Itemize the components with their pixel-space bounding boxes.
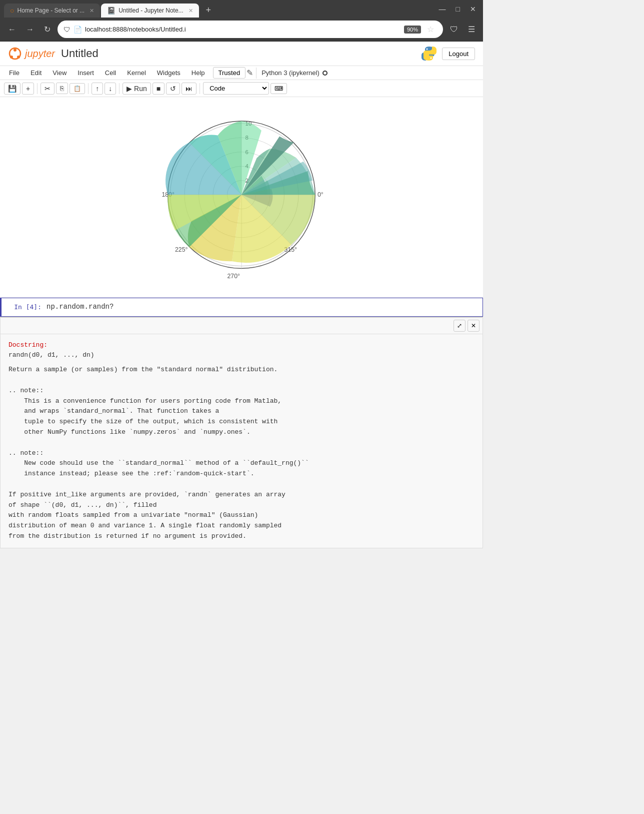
tab-1-favicon: ○ (10, 7, 14, 15)
menu-help[interactable]: Help (186, 67, 210, 79)
docstring-label-line: Docstring: (8, 340, 474, 351)
reload-button[interactable]: ↻ (41, 23, 54, 36)
polar-chart-svg: 0° 180° 225° 270° 315° 2 4 6 8 10 (122, 102, 362, 292)
tab-2-close[interactable]: ✕ (188, 8, 193, 14)
menu-cell[interactable]: Cell (100, 67, 121, 79)
notebook-content: 0° 180° 225° 270° 315° 2 4 6 8 10 (0, 97, 483, 548)
jupyter-app: jupyter Untitled Logout File Edit View I… (0, 42, 483, 548)
svg-point-4 (426, 49, 428, 50)
angle-270: 270° (228, 273, 240, 280)
new-tab-button[interactable]: + (202, 3, 216, 18)
move-up-button[interactable]: ↑ (92, 83, 103, 95)
python-logo-icon (421, 46, 437, 62)
maximize-button[interactable]: □ (453, 4, 463, 14)
jupyter-logo: jupyter (8, 47, 55, 61)
save-button[interactable]: 💾 (4, 83, 20, 95)
docstring-close-button[interactable]: ✕ (468, 320, 480, 332)
toolbar-sep-1 (37, 83, 38, 94)
restart-button[interactable]: ↺ (166, 83, 180, 95)
docstring-expand-button[interactable]: ⤢ (454, 320, 466, 332)
code-text: np.random.randn? (46, 303, 114, 311)
svg-point-1 (14, 49, 16, 52)
cell-input-4[interactable]: np.random.randn? (46, 302, 482, 312)
logout-button[interactable]: Logout (442, 48, 475, 60)
cell-type-select[interactable]: Code Markdown Raw NBConvert Heading (203, 82, 269, 95)
tab-list: ○ Home Page - Select or ... ✕ 📓 Untitled… (0, 0, 219, 18)
bookmark-star-button[interactable]: ☆ (424, 23, 437, 36)
address-bar-row: ← → ↻ 🛡 📄 localhost:8888/notebooks/Untit… (0, 18, 483, 41)
docstring-signature: randn(d0, d1, ..., dn) (8, 350, 474, 361)
tab-1-title: Home Page - Select or ... (17, 7, 84, 14)
chart-output-cell: 0° 180° 225° 270° 315° 2 4 6 8 10 (0, 97, 483, 298)
menubar-separator (256, 68, 256, 79)
jupyter-menubar: File Edit View Insert Cell Kernel Widget… (0, 66, 483, 80)
page-icon: 📄 (74, 26, 82, 34)
menu-kernel[interactable]: Kernel (122, 67, 151, 79)
security-shield-icon: 🛡 (64, 26, 70, 34)
tab-bar: ○ Home Page - Select or ... ✕ 📓 Untitled… (0, 0, 483, 18)
menu-widgets[interactable]: Widgets (152, 67, 186, 79)
jupyter-logo-text: jupyter (25, 48, 55, 60)
jupyter-toolbar: 💾 + ✂ ⎘ 📋 ↑ ↓ ▶ Run ■ ↺ ⏭ Code Markdown … (0, 80, 483, 97)
jupyter-header-right: Logout (421, 46, 475, 62)
window-controls: — □ ✕ (436, 4, 483, 14)
tab-2[interactable]: 📓 Untitled - Jupyter Note... ✕ (101, 4, 198, 18)
keyboard-shortcuts-button[interactable]: ⌨ (270, 83, 287, 94)
docstring-content: Docstring: randn(d0, d1, ..., dn) Return… (0, 334, 482, 548)
menu-file[interactable]: File (4, 67, 24, 79)
tab-2-favicon: 📓 (107, 7, 116, 15)
docstring-toolbar: ⤢ ✕ (0, 318, 482, 334)
move-down-button[interactable]: ↓ (104, 83, 116, 95)
minimize-button[interactable]: — (436, 4, 449, 14)
edit-notebook-icon[interactable]: ✎ (246, 68, 253, 78)
browser-menu-button[interactable]: ☰ (465, 23, 478, 36)
menu-edit[interactable]: Edit (26, 67, 46, 79)
tab-2-title: Untitled - Jupyter Note... (118, 7, 183, 14)
toolbar-sep-4 (200, 83, 200, 94)
close-window-button[interactable]: ✕ (467, 4, 479, 14)
stop-button[interactable]: ■ (152, 83, 164, 95)
cut-cell-button[interactable]: ✂ (40, 83, 54, 95)
zoom-badge: 90% (404, 26, 421, 34)
code-cell-4[interactable]: In [4]: np.random.randn? (0, 298, 483, 317)
address-text: localhost:8888/notebooks/Untitled.i (85, 26, 401, 33)
menu-insert[interactable]: Insert (72, 67, 99, 79)
jupyter-logo-icon (8, 47, 22, 61)
docstring-label: Docstring: (8, 341, 48, 349)
notebook-title: Untitled (61, 47, 98, 60)
angle-225: 225° (175, 246, 188, 253)
copy-cell-button[interactable]: ⎘ (56, 83, 68, 94)
toolbar-sep-3 (119, 83, 120, 94)
menu-view[interactable]: View (48, 67, 72, 79)
paste-cell-button[interactable]: 📋 (70, 83, 85, 94)
forward-button[interactable]: → (23, 23, 37, 36)
browser-chrome: ○ Home Page - Select or ... ✕ 📓 Untitled… (0, 0, 483, 42)
docstring-body: Return a sample (or samples) from the "s… (8, 365, 474, 542)
trusted-button[interactable]: Trusted (213, 67, 246, 79)
docstring-panel: ⤢ ✕ Docstring: randn(d0, d1, ..., dn) Re… (0, 317, 483, 548)
shield-button[interactable]: 🛡 (447, 23, 461, 36)
run-button[interactable]: ▶ Run (122, 83, 151, 95)
back-button[interactable]: ← (5, 23, 19, 36)
address-bar[interactable]: 🛡 📄 localhost:8888/notebooks/Untitled.i … (58, 21, 443, 38)
svg-point-3 (17, 56, 20, 59)
tab-1-close[interactable]: ✕ (90, 8, 94, 14)
svg-point-5 (430, 58, 432, 59)
kernel-info-text: Python 3 (ipykernel) (262, 69, 320, 77)
restart-run-all-button[interactable]: ⏭ (182, 83, 196, 95)
add-cell-button[interactable]: + (22, 83, 34, 95)
cell-prompt-4: In [4]: (2, 302, 46, 311)
tab-1[interactable]: ○ Home Page - Select or ... ✕ (4, 4, 100, 18)
toolbar-sep-2 (88, 83, 88, 94)
angle-0: 0° (318, 191, 324, 198)
kernel-status-indicator (322, 71, 328, 76)
jupyter-header: jupyter Untitled Logout (0, 42, 483, 66)
svg-point-2 (10, 56, 13, 59)
